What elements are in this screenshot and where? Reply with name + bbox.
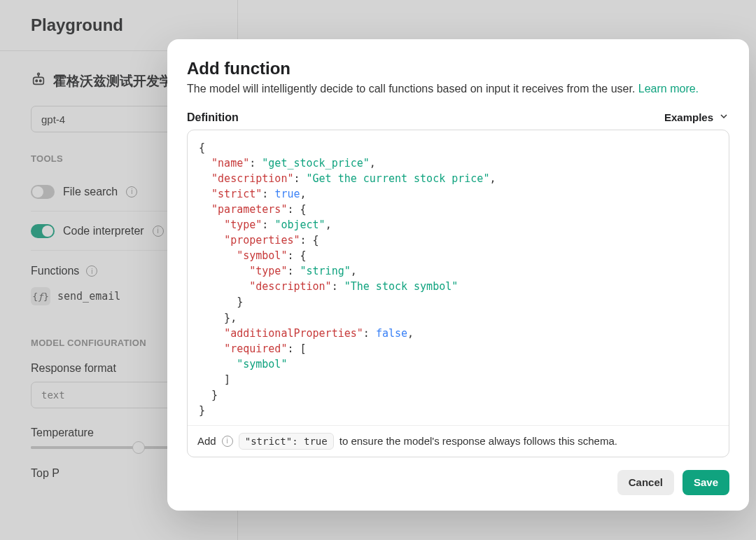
definition-editor[interactable]: { "name": "get_stock_price", "descriptio… xyxy=(187,130,729,457)
strict-code-chip: "strict": true xyxy=(239,433,334,450)
examples-label: Examples xyxy=(664,111,713,123)
modal-subtitle: The model will intelligently decide to c… xyxy=(187,83,729,95)
modal-title: Add function xyxy=(187,59,729,78)
strict-suffix: to ensure the model's response always fo… xyxy=(340,435,617,447)
strict-prefix: Add xyxy=(197,435,216,447)
cancel-button[interactable]: Cancel xyxy=(617,470,674,495)
chevron-down-icon xyxy=(718,111,729,124)
info-icon[interactable]: i xyxy=(222,436,233,447)
modal-subtitle-text: The model will intelligently decide to c… xyxy=(187,83,638,95)
save-button[interactable]: Save xyxy=(682,470,729,495)
examples-dropdown[interactable]: Examples xyxy=(664,111,729,124)
learn-more-link[interactable]: Learn more. xyxy=(638,83,699,95)
add-function-modal: Add function The model will intelligentl… xyxy=(167,39,749,511)
definition-label: Definition xyxy=(187,111,239,124)
strict-hint: Add i "strict": true to ensure the model… xyxy=(188,425,729,457)
definition-code[interactable]: { "name": "get_stock_price", "descriptio… xyxy=(188,130,729,425)
